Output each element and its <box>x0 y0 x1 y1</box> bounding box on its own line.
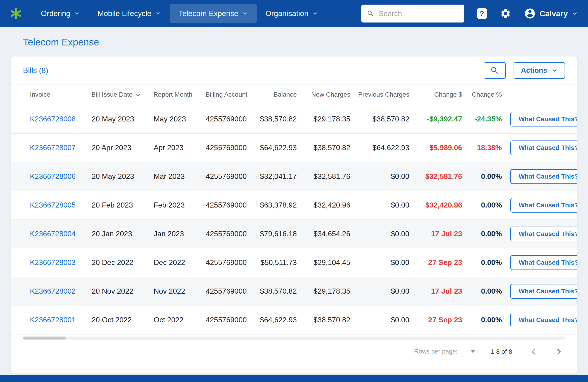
invoice-link[interactable]: K2366728005 <box>30 201 76 209</box>
next-page-button[interactable] <box>554 347 564 356</box>
cell-previous-charges: $64,622.93 <box>356 133 415 162</box>
column-header-balance[interactable]: Balance <box>256 84 302 105</box>
cell-row-action: What Caused This? <box>507 220 577 248</box>
bills-table: Invoice Bill Issue Date Report Month Bil… <box>11 84 577 335</box>
invoice-link[interactable]: K2366728002 <box>30 287 76 295</box>
cell-previous-charges: $38,570.82 <box>356 105 415 133</box>
invoice-link[interactable]: K2366728008 <box>30 115 76 123</box>
navbar-actions: ? Calvary <box>477 8 578 20</box>
table-row: K2366728006 20 May 2023 Mar 2023 4255769… <box>11 162 577 191</box>
nav-item-organisation[interactable]: Organisation <box>257 4 327 23</box>
page-title: Telecom Expense <box>23 36 588 48</box>
cell-row-action: What Caused This? <box>507 162 577 191</box>
invoice-link[interactable]: K2366728003 <box>30 258 76 266</box>
what-caused-this-button[interactable]: What Caused This? <box>510 284 577 299</box>
invoice-link[interactable]: K2366728006 <box>30 172 76 181</box>
cell-balance: $50,511.73 <box>256 248 302 277</box>
cell-billing-account: 4255769000 <box>206 133 256 162</box>
cell-change-amount: $5,989.06 <box>415 133 467 162</box>
cell-bill-issue-date: 20 May 2023 <box>91 105 153 133</box>
cell-report-month: Jan 2023 <box>153 220 206 248</box>
cell-change-percent: 0.00% <box>467 305 507 334</box>
cell-balance: $63,378.92 <box>256 191 302 220</box>
user-menu[interactable]: Calvary <box>524 8 578 20</box>
global-search-box <box>361 5 464 22</box>
cell-previous-charges: $0.00 <box>356 305 415 334</box>
cell-billing-account: 4255769000 <box>206 105 256 133</box>
nav-item-ordering[interactable]: Ordering <box>32 4 89 23</box>
horizontal-scrollbar-track[interactable] <box>23 337 565 340</box>
cell-change-amount: $32,581.76 <box>415 162 467 191</box>
cell-change-percent: 0.00% <box>467 277 507 305</box>
cell-report-month: Feb 2023 <box>153 191 206 220</box>
column-header-billing-account[interactable]: Billing Account <box>206 84 256 105</box>
cell-invoice: K2366728007 <box>11 133 91 162</box>
cell-billing-account: 4255769000 <box>206 305 256 334</box>
nav-item-mobile-lifecycle[interactable]: Mobile Lifecycle <box>89 4 170 23</box>
chevron-down-icon <box>312 11 318 17</box>
actions-button[interactable]: Actions <box>514 62 565 79</box>
column-header-invoice[interactable]: Invoice <box>11 84 91 105</box>
chevron-down-icon <box>571 10 578 17</box>
horizontal-scrollbar-thumb[interactable] <box>23 337 66 340</box>
cell-invoice: K2366728004 <box>11 220 91 248</box>
cell-bill-issue-date: 20 May 2023 <box>91 162 153 191</box>
cell-invoice: K2366728005 <box>11 191 91 220</box>
cell-bill-issue-date: 20 Feb 2023 <box>91 191 153 220</box>
cell-bill-issue-date: 20 Apr 2023 <box>91 133 153 162</box>
column-header-previous-charges[interactable]: Previous Charges <box>356 84 415 105</box>
user-avatar-icon <box>524 8 536 20</box>
nav-item-label: Telecom Expense <box>178 9 238 18</box>
rows-per-page-value: – <box>463 348 466 355</box>
what-caused-this-button[interactable]: What Caused This? <box>510 198 577 213</box>
settings-gear-icon[interactable] <box>500 8 511 19</box>
table-search-button[interactable] <box>484 62 506 79</box>
cell-balance: $79,616.18 <box>256 220 302 248</box>
column-header-change-amount[interactable]: Change $ <box>415 84 467 105</box>
rows-per-page-label: Rows per page: <box>414 348 458 355</box>
cell-bill-issue-date: 20 Jan 2023 <box>91 220 153 248</box>
column-header-report-month[interactable]: Report Month <box>153 84 206 105</box>
what-caused-this-button[interactable]: What Caused This? <box>510 141 577 155</box>
cell-row-action: What Caused This? <box>507 248 577 277</box>
column-header-change-percent[interactable]: Change % <box>467 84 507 105</box>
main-content: Telecom Expense Bills (8) Actions <box>0 36 588 374</box>
what-caused-this-button[interactable]: What Caused This? <box>510 313 577 327</box>
nav-item-label: Ordering <box>41 9 70 18</box>
invoice-link[interactable]: K2366728001 <box>30 316 76 324</box>
cell-change-percent: -24.35% <box>467 105 507 133</box>
pagination-range: 1-8 of 8 <box>490 348 512 355</box>
cell-billing-account: 4255769000 <box>206 191 256 220</box>
nav-item-telecom-expense[interactable]: Telecom Expense <box>170 4 256 23</box>
cell-report-month: May 2023 <box>153 105 206 133</box>
previous-page-button[interactable] <box>529 347 538 356</box>
help-icon[interactable]: ? <box>477 8 487 19</box>
what-caused-this-button[interactable]: What Caused This? <box>510 112 577 126</box>
bottom-bar <box>0 375 588 382</box>
cell-balance: $64,622.93 <box>256 133 302 162</box>
rows-per-page-select[interactable]: – <box>463 348 475 355</box>
column-header-new-charges[interactable]: New Charges <box>302 84 356 105</box>
what-caused-this-button[interactable]: What Caused This? <box>510 169 577 184</box>
search-input[interactable] <box>378 9 459 18</box>
cell-new-charges: $32,581.76 <box>302 162 356 191</box>
cell-row-action: What Caused This? <box>507 105 577 133</box>
search-icon <box>490 66 499 75</box>
cell-new-charges: $38,570.82 <box>302 305 356 334</box>
cell-bill-issue-date: 20 Nov 2022 <box>91 277 153 305</box>
column-header-bill-issue-date[interactable]: Bill Issue Date <box>91 84 153 105</box>
invoice-link[interactable]: K2366728004 <box>30 230 76 238</box>
cell-row-action: What Caused This? <box>507 133 577 162</box>
cell-report-month: Oct 2022 <box>153 305 206 334</box>
app-logo-icon[interactable] <box>9 7 22 20</box>
top-navbar: Ordering Mobile Lifecycle Telecom Expens… <box>0 0 588 27</box>
what-caused-this-button[interactable]: What Caused This? <box>510 255 577 270</box>
invoice-link[interactable]: K2366728007 <box>30 143 76 152</box>
search-icon <box>367 9 374 18</box>
table-row: K2366728007 20 Apr 2023 Apr 2023 4255769… <box>11 133 577 162</box>
cell-new-charges: $32,420.96 <box>302 191 356 220</box>
chevron-down-icon <box>552 67 558 74</box>
help-question-mark: ? <box>480 10 484 17</box>
what-caused-this-button[interactable]: What Caused This? <box>510 227 577 241</box>
sort-descending-icon[interactable] <box>135 91 141 98</box>
